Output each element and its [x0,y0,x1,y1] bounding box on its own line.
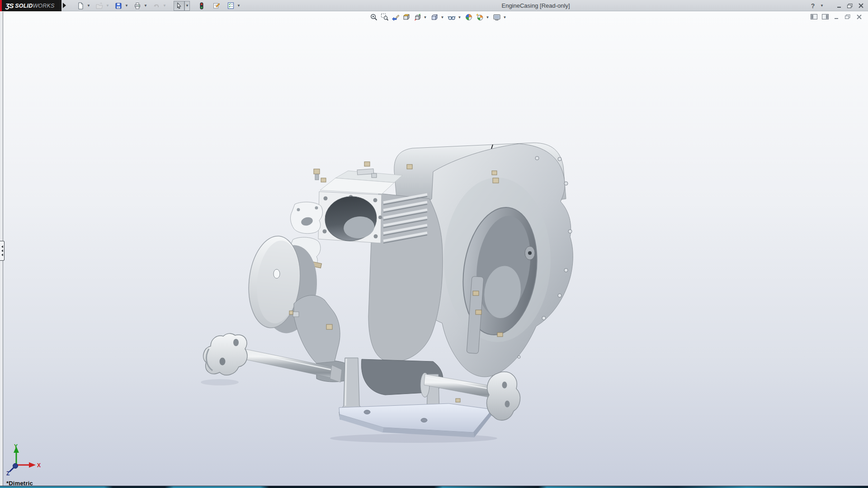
view-orientation-button[interactable] [412,13,423,22]
close-button[interactable] [856,2,865,10]
brass-nut [473,291,479,296]
undo-button[interactable] [151,1,162,11]
brand-text-bold: SOLID [15,3,33,9]
headsup-view-toolbar: ▼ ▼ ▼ ▼ ▼ [368,13,509,22]
magnifier-fit-icon [370,13,378,21]
base-hole [364,410,370,414]
display-cube-icon [430,13,439,21]
zoom-to-fit-button[interactable] [368,13,379,22]
brass-nut [326,324,332,329]
printer-icon [134,2,141,9]
open-document-button[interactable] [94,1,105,11]
new-page-icon [77,2,84,9]
traffic-light-button[interactable] [196,1,207,11]
apply-scene-dropdown[interactable]: ▼ [485,13,490,22]
open-folder-icon [96,2,103,9]
save-button[interactable] [113,1,124,11]
triad-y-label: Y [14,443,18,450]
chevron-left-icon [1,253,3,256]
view-settings-button[interactable] [491,13,502,22]
logo-red-stripe [0,0,2,11]
monitor-icon [493,13,501,21]
previous-view-button[interactable] [390,13,401,22]
window-title: EngineCasing [Read-only] [501,2,570,9]
menu-flyout-arrow-icon[interactable] [63,3,66,8]
graphics-area[interactable]: Y X Z ▼ ▼ ▼ [0,12,868,488]
main-toolbar: ▼ ▼ ▼ ▼ ▼ ▼ ▼ [75,0,244,11]
split-pane-right-button[interactable] [821,14,829,20]
hide-show-items-button[interactable] [446,13,457,22]
scene-sphere-icon [476,13,484,21]
design-checker-dropdown[interactable]: ▼ [236,1,241,11]
comment-button[interactable] [211,1,222,11]
print-dropdown[interactable]: ▼ [143,1,148,11]
hide-show-items-dropdown[interactable]: ▼ [457,13,462,22]
pane-right-icon [822,14,829,19]
restore-button[interactable] [845,2,854,10]
orientation-cube-icon [413,13,421,21]
chevron-left-icon [1,249,3,252]
new-document-dropdown[interactable]: ▼ [86,1,91,11]
select-tool-dropdown[interactable]: ▼ [184,1,190,11]
section-view-button[interactable] [401,13,412,22]
zoom-to-area-button[interactable] [379,13,390,22]
flange-hole [502,382,507,389]
cursor-arrow-icon [175,2,183,9]
bracket-bolt [293,312,299,317]
magnifier-area-icon [381,13,389,21]
help-button[interactable]: ? [808,2,817,10]
chevron-left-icon [1,245,3,248]
document-window-controls [810,14,863,20]
minimize-button[interactable] [835,2,844,10]
doc-minimize-button[interactable] [833,14,840,20]
select-tool-button[interactable] [174,1,184,11]
new-document-button[interactable] [75,1,86,11]
close-icon [856,14,862,19]
pedestal-highlight [345,359,346,406]
solidworks-logo: ƷS SOLIDWORKS [0,0,61,11]
help-dropdown[interactable]: ▼ [819,1,825,11]
brass-nut [497,333,503,337]
design-checker-button[interactable] [225,1,236,11]
base-hole [421,418,427,422]
traffic-light-icon [198,2,205,9]
brass-nut [289,311,293,314]
section-cube-icon [402,13,410,21]
previous-view-icon [392,13,400,21]
undo-dropdown[interactable]: ▼ [162,1,167,11]
triad-z-label: Z [6,470,9,477]
orientation-triad: Y X Z [6,443,41,477]
model-canvas: Y X Z [0,0,868,488]
featuremanager-expand-tab[interactable] [0,241,5,261]
doc-close-button[interactable] [855,14,863,20]
view-orientation-dropdown[interactable]: ▼ [423,13,428,22]
split-pane-left-button[interactable] [810,14,817,20]
bracket-hole [297,208,300,211]
close-icon [858,3,864,8]
save-dropdown[interactable]: ▼ [124,1,129,11]
display-style-button[interactable] [429,13,440,22]
brass-nut [456,399,460,402]
disc-hole [274,269,280,278]
apply-scene-button[interactable] [474,13,485,22]
edit-appearance-button[interactable] [463,13,474,22]
flange-hole [220,358,226,366]
bracket-hole [315,206,318,210]
titlebar: ƷS SOLIDWORKS ▼ ▼ ▼ ▼ ▼ ▼ [0,0,868,11]
cad-model-engine-casing[interactable] [201,143,573,443]
minimize-icon [836,3,842,8]
restore-icon [844,14,851,19]
view-settings-dropdown[interactable]: ▼ [502,13,507,22]
undo-arrow-icon [153,2,160,9]
flange-shadow [201,379,239,385]
restore-icon [847,3,853,9]
doc-restore-button[interactable] [844,14,851,20]
open-document-dropdown[interactable]: ▼ [105,1,110,11]
flange-hole [233,339,239,346]
brass-nut [476,310,481,314]
print-button[interactable] [132,1,143,11]
window-controls: ? ▼ [808,0,865,11]
display-style-dropdown[interactable]: ▼ [440,13,445,22]
checklist-icon [227,2,235,9]
triad-x-label: X [37,462,41,469]
